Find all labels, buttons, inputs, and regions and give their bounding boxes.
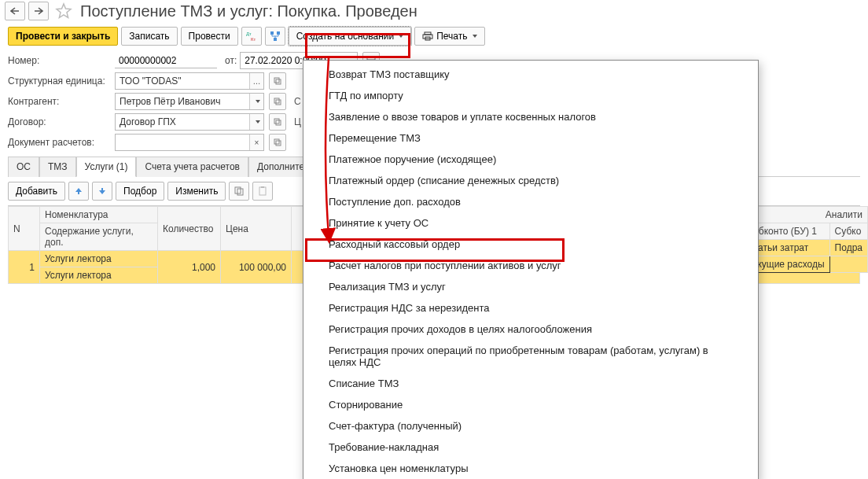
create-based-label: Создать на основании: [296, 31, 395, 42]
dd-item-3[interactable]: Перемещение ТМЗ: [303, 127, 758, 149]
svg-rect-12: [274, 98, 279, 103]
svg-rect-17: [276, 141, 281, 146]
cell-podra[interactable]: Подра: [829, 240, 867, 256]
dd-item-16[interactable]: Счет-фактура (полученный): [303, 415, 758, 437]
dd-item-2[interactable]: Заявление о ввозе товаров и уплате косве…: [303, 106, 758, 127]
move-up-button[interactable]: [68, 182, 89, 201]
col-n[interactable]: N: [9, 207, 40, 251]
tab-os[interactable]: ОС: [8, 157, 39, 177]
create-based-on-menu: Возврат ТМЗ поставщику ГТД по импорту За…: [303, 60, 759, 479]
paste-button[interactable]: [252, 182, 273, 201]
svg-rect-20: [259, 187, 266, 195]
create-based-on-button[interactable]: Создать на основании: [289, 27, 412, 46]
svg-rect-13: [276, 100, 281, 105]
svg-rect-2: [270, 31, 274, 35]
arrow-down-icon: [98, 187, 106, 195]
contract-field[interactable]: Договор ГПХ: [116, 116, 249, 127]
dd-item-15[interactable]: Сторнирование: [303, 394, 758, 415]
change-button[interactable]: Изменить: [167, 182, 226, 201]
post-button[interactable]: Провести: [181, 27, 238, 46]
open-icon: [274, 138, 281, 146]
col-nomenclature-sub[interactable]: Содержание услуги, доп.: [40, 223, 158, 251]
col-subko[interactable]: Субко: [829, 223, 867, 240]
write-button[interactable]: Записать: [121, 27, 177, 46]
svg-rect-3: [277, 31, 280, 35]
number-field[interactable]: [115, 53, 217, 68]
dd-item-7[interactable]: Принятие к учету ОС: [303, 212, 758, 234]
printer-icon: [422, 31, 433, 41]
counterparty-field[interactable]: Петров Пётр Иванович: [116, 96, 249, 107]
cell-n[interactable]: 1: [9, 251, 40, 284]
open-icon: [274, 98, 281, 105]
svg-rect-16: [274, 139, 279, 144]
dd-item-0[interactable]: Возврат ТМЗ поставщику: [303, 64, 758, 85]
col-quantity[interactable]: Количество: [158, 207, 221, 251]
dd-item-6[interactable]: Поступление доп. расходов: [303, 191, 758, 212]
move-down-button[interactable]: [92, 182, 112, 201]
tab-services[interactable]: Услуги (1): [76, 157, 137, 177]
svg-text:Кт: Кт: [251, 37, 256, 42]
chevron-down-icon: [399, 35, 403, 38]
dd-item-11[interactable]: Регистрация НДС за нерезидента: [303, 297, 758, 319]
dd-item-14[interactable]: Списание ТМЗ: [303, 373, 758, 394]
arrow-left-icon: [10, 7, 20, 15]
svg-rect-21: [261, 186, 264, 188]
postings-button[interactable]: ДтКт: [241, 27, 262, 46]
dd-item-5[interactable]: Платежный ордер (списание денежных средс…: [303, 170, 758, 191]
date-label: от:: [225, 55, 237, 66]
dd-item-4[interactable]: Платежное поручение (исходящее): [303, 149, 758, 170]
svg-rect-4: [274, 38, 277, 41]
copy-button[interactable]: [229, 182, 249, 201]
cell-nomenclature[interactable]: Услуги лектора: [40, 251, 158, 267]
chevron-down-icon: [256, 120, 260, 123]
col-analiti[interactable]: Аналити: [742, 207, 868, 223]
dd-item-1[interactable]: ГТД по импорту: [303, 85, 758, 106]
counterparty-dropdown-button[interactable]: [249, 94, 263, 109]
post-and-close-button[interactable]: Провести и закрыть: [8, 27, 118, 46]
contract-label: Договор:: [8, 116, 112, 127]
svg-rect-11: [276, 79, 281, 84]
forward-button[interactable]: [28, 2, 49, 20]
chevron-down-icon: [256, 100, 260, 103]
svg-rect-15: [276, 120, 281, 125]
counterparty-open-button[interactable]: [269, 93, 286, 110]
dd-item-10[interactable]: Реализация ТМЗ и услуг: [303, 276, 758, 297]
chevron-down-icon: [473, 35, 477, 38]
counterparty-label: Контрагент:: [8, 96, 112, 107]
print-button[interactable]: Печать: [414, 27, 484, 46]
tab-accounts[interactable]: Счета учета расчетов: [136, 157, 248, 177]
cell-price[interactable]: 100 000,00: [221, 251, 292, 284]
structure-button[interactable]: [265, 27, 285, 46]
arrow-right-icon: [34, 7, 43, 15]
arrow-up-icon: [75, 187, 83, 195]
dd-item-12[interactable]: Регистрация прочих доходов в целях налог…: [303, 319, 758, 340]
cell-quantity[interactable]: 1,000: [158, 251, 221, 284]
dd-item-9[interactable]: Расчет налогов при поступлении активов и…: [303, 255, 758, 276]
back-button[interactable]: [5, 2, 25, 20]
contract-dropdown-button[interactable]: [249, 114, 263, 130]
tree-icon: [270, 31, 281, 42]
contract-open-button[interactable]: [269, 113, 286, 131]
settlement-clear-button[interactable]: ×: [249, 134, 263, 150]
print-label: Печать: [436, 31, 467, 42]
dd-item-18[interactable]: Установка цен номенклатуры: [303, 458, 758, 479]
open-icon: [274, 118, 281, 126]
paste-icon: [258, 186, 267, 196]
dd-item-8[interactable]: Расходный кассовый ордер: [303, 234, 758, 255]
org-open-button[interactable]: [269, 72, 286, 90]
tab-tmz[interactable]: ТМЗ: [39, 157, 76, 177]
dd-item-17[interactable]: Требование-накладная: [303, 437, 758, 458]
org-field[interactable]: ТОО "TODAS": [116, 76, 249, 87]
add-row-button[interactable]: Добавить: [8, 182, 65, 201]
org-label: Структурная единица:: [8, 76, 112, 87]
col-price[interactable]: Цена: [221, 207, 292, 251]
copy-icon: [234, 186, 244, 196]
settlement-open-button[interactable]: [269, 134, 286, 151]
favorite-star-icon[interactable]: [55, 2, 72, 20]
col-nomenclature[interactable]: Номенклатура: [40, 207, 158, 223]
dd-item-13[interactable]: Регистрация прочих операций по приобрете…: [303, 340, 758, 373]
org-ellipsis-button[interactable]: …: [249, 73, 263, 89]
svg-rect-10: [274, 78, 279, 83]
cell-content[interactable]: Услуги лектора: [40, 267, 158, 284]
select-button[interactable]: Подбор: [116, 182, 164, 201]
